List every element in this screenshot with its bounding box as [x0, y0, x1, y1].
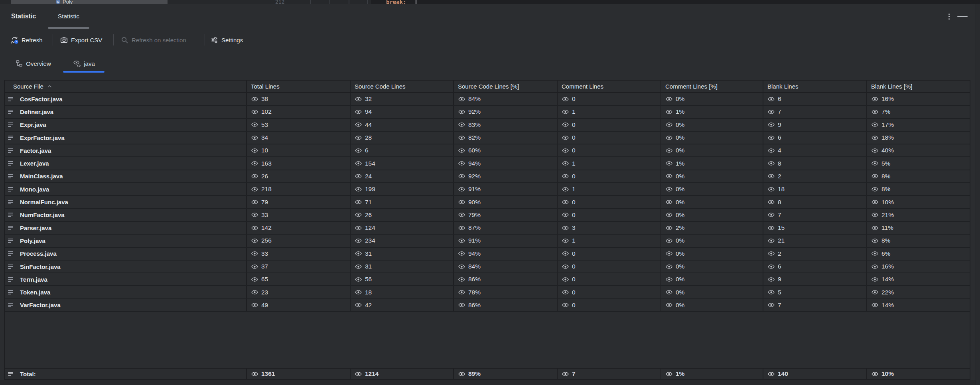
table-row[interactable]: Term.java 65 56 86% 0 0% 9 14%	[5, 273, 970, 286]
eye-icon	[665, 134, 673, 142]
cell-total-lines: 142	[246, 222, 350, 234]
eye-icon	[665, 263, 673, 270]
cell-total-lines: 38	[246, 93, 350, 105]
eye-icon	[767, 263, 775, 270]
column-header-blank-lines-pct[interactable]: Blank Lines [%]	[866, 81, 970, 92]
column-header-source-file[interactable]: Source File	[5, 81, 246, 92]
cell-blank-lines: 4	[763, 144, 866, 156]
export-csv-button[interactable]: Export CSV	[60, 29, 102, 51]
cell-blank-lines: 7	[763, 106, 866, 118]
cell-total-lines: 163	[246, 157, 350, 169]
editor-line-number: 212	[275, 0, 284, 4]
eye-icon	[767, 172, 775, 180]
eye-icon	[767, 134, 775, 142]
cell-blank-lines: 21	[763, 235, 866, 247]
eye-icon	[871, 250, 879, 257]
more-options-icon[interactable]	[945, 10, 953, 22]
total-label: Total:	[20, 371, 36, 377]
cell-blank-lines-pct: 22%	[866, 286, 970, 298]
table-row[interactable]: NormalFunc.java 79 71 90% 0 0% 8 10%	[5, 196, 970, 209]
cell-blank-lines: 2	[763, 170, 866, 182]
cell-blank-lines: 18	[763, 183, 866, 195]
eye-icon	[665, 211, 673, 219]
table-row[interactable]: VarFactor.java 49 42 86% 0 0% 7 14%	[5, 299, 970, 312]
eye-icon	[665, 108, 673, 116]
eye-icon	[767, 301, 775, 309]
cell-source-code-lines-pct: 86%	[453, 299, 557, 311]
eye-icon	[562, 172, 569, 180]
eye-icon	[767, 108, 775, 116]
cell-blank-lines: 6	[763, 261, 866, 272]
cell-comment-lines-pct: 0%	[661, 286, 763, 298]
eye-icon	[767, 276, 775, 283]
settings-button[interactable]: Settings	[210, 29, 243, 51]
export-csv-label: Export CSV	[71, 37, 102, 43]
table-row[interactable]: Definer.java 102 94 92% 1 1% 7 7%	[5, 106, 970, 118]
eye-icon	[355, 301, 362, 309]
column-header-comment-lines-pct[interactable]: Comment Lines [%]	[661, 81, 763, 92]
eye-icon	[767, 288, 775, 296]
total-total-lines: 1361	[261, 370, 275, 377]
table-row[interactable]: MainClass.java 26 24 92% 0 0% 2 8%	[5, 170, 970, 183]
cell-comment-lines: 0	[557, 286, 661, 298]
editor-top-strip: C Poly 212 break;	[0, 0, 980, 4]
editor-tab-poly[interactable]: C Poly	[11, 0, 168, 4]
eye-icon	[355, 186, 362, 193]
column-header-source-code-lines[interactable]: Source Code Lines	[350, 81, 453, 92]
file-lines-icon	[8, 136, 14, 140]
eye-icon	[458, 172, 465, 180]
cell-total-lines: 53	[246, 119, 350, 131]
table-row[interactable]: Token.java 23 18 78% 0 0% 5 22%	[5, 286, 970, 299]
table-row[interactable]: Poly.java 256 234 91% 1 0% 21 8%	[5, 235, 970, 247]
cell-total-lines: 102	[246, 106, 350, 118]
file-lines-icon	[8, 239, 14, 243]
eye-icon	[251, 134, 258, 142]
table-row[interactable]: NumFactor.java 33 26 79% 0 0% 7 21%	[5, 209, 970, 222]
table-row[interactable]: CosFactor.java 38 32 84% 0 0% 6 16%	[5, 93, 970, 106]
eye-icon	[251, 198, 258, 206]
column-header-comment-lines[interactable]: Comment Lines	[557, 81, 661, 92]
eye-icon	[767, 186, 775, 193]
file-lines-icon	[8, 174, 14, 178]
refresh-button[interactable]: Refresh	[10, 29, 43, 51]
file-name: NumFactor.java	[20, 211, 65, 218]
cell-comment-lines: 0	[557, 119, 661, 131]
table-row[interactable]: Process.java 33 31 94% 0 0% 2 6%	[5, 248, 970, 261]
eye-icon	[562, 95, 569, 103]
eye-icon	[355, 134, 362, 142]
file-name: CosFactor.java	[20, 96, 63, 103]
refresh-icon	[10, 36, 19, 44]
table-row[interactable]: Factor.java 10 6 60% 0 0% 4 40%	[5, 144, 970, 157]
eye-icon	[665, 250, 673, 257]
table-row[interactable]: Parser.java 142 124 87% 3 2% 15 11%	[5, 222, 970, 235]
eye-icon	[251, 276, 258, 283]
toolbar-divider	[113, 34, 114, 45]
cell-blank-lines: 2	[763, 248, 866, 260]
refresh-on-selection-button[interactable]: Refresh on selection	[120, 29, 186, 51]
tab-overview[interactable]: Overview	[8, 51, 58, 75]
table-row[interactable]: ExprFactor.java 34 28 82% 0 0% 6 18%	[5, 132, 970, 144]
panel-tab-statistic[interactable]: Statistic	[48, 4, 89, 29]
eye-icon	[562, 121, 569, 128]
cell-source-code-lines-pct: 84%	[453, 261, 557, 272]
eye-icon	[767, 211, 775, 219]
ide-window: C Poly 212 break; Statistic Statistic Re…	[0, 0, 980, 385]
eye-icon	[251, 186, 258, 193]
cell-source-code-lines: 31	[350, 248, 453, 260]
file-name: Parser.java	[20, 225, 51, 231]
minimize-icon[interactable]	[957, 16, 968, 17]
cell-comment-lines: 0	[557, 144, 661, 156]
column-header-source-code-lines-pct[interactable]: Source Code Lines [%]	[453, 81, 557, 92]
active-tab-underline	[63, 71, 105, 73]
view-tabs-bar: Overview java	[0, 51, 980, 76]
file-name: VarFactor.java	[20, 302, 61, 308]
editor-background	[371, 0, 980, 4]
column-header-total-lines[interactable]: Total Lines	[246, 81, 350, 92]
table-row[interactable]: Mono.java 218 199 91% 1 0% 18 8%	[5, 183, 970, 196]
cell-source-code-lines: 6	[350, 144, 453, 156]
table-row[interactable]: Lexer.java 163 154 94% 1 1% 8 5%	[5, 157, 970, 170]
table-row[interactable]: Expr.java 53 44 83% 0 0% 9 17%	[5, 119, 970, 132]
table-row[interactable]: SinFactor.java 37 31 84% 0 0% 6 16%	[5, 261, 970, 273]
cell-source-code-lines: 71	[350, 196, 453, 208]
column-header-blank-lines[interactable]: Blank Lines	[763, 81, 866, 92]
